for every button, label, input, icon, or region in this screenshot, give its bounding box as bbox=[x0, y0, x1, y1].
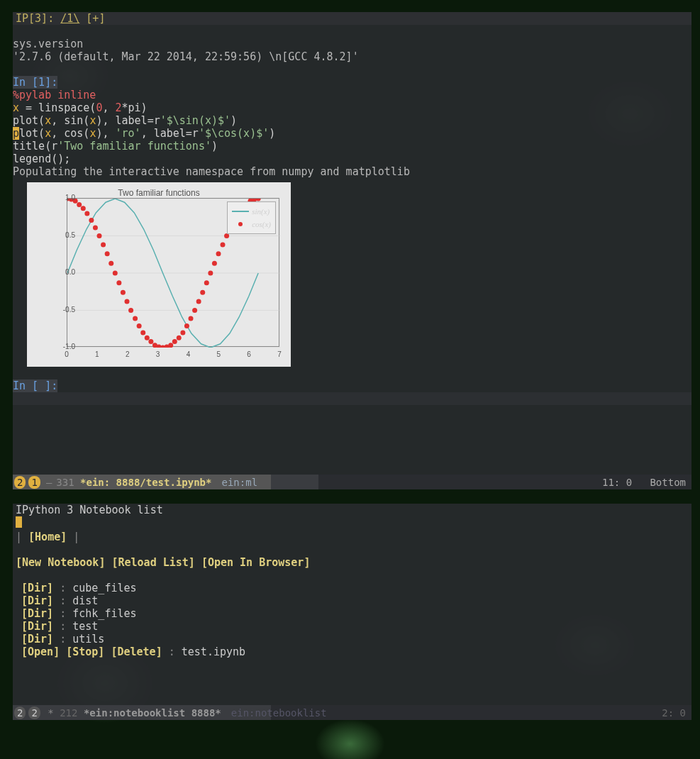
ytick: 0.5 bbox=[65, 229, 75, 242]
ytick: -0.5 bbox=[63, 304, 75, 316]
buffer-name: *ein:notebooklist 8888* bbox=[84, 707, 221, 719]
dir-link[interactable]: [Dir] bbox=[21, 620, 53, 633]
svg-point-11 bbox=[89, 218, 94, 223]
svg-point-9 bbox=[81, 206, 86, 211]
svg-point-40 bbox=[204, 280, 209, 285]
svg-point-38 bbox=[196, 299, 201, 304]
window-badge-2: 2 bbox=[14, 476, 26, 489]
major-mode: ein:notebooklist bbox=[231, 707, 327, 719]
dir-link[interactable]: [Dir] bbox=[21, 582, 53, 594]
xtick: 4 bbox=[187, 348, 191, 361]
svg-point-31 bbox=[168, 343, 173, 348]
svg-point-25 bbox=[145, 336, 150, 340]
svg-point-36 bbox=[189, 316, 194, 321]
tab-current[interactable]: /1\ bbox=[60, 12, 79, 25]
svg-point-39 bbox=[200, 290, 205, 295]
modeline-bottom: 22 * 212 *ein:notebooklist 8888* ein:not… bbox=[13, 705, 691, 720]
dir-link[interactable]: [Dir] bbox=[21, 594, 53, 607]
svg-point-43 bbox=[216, 251, 221, 256]
cell-2-prompt: In [ ]: bbox=[13, 380, 57, 392]
svg-point-10 bbox=[84, 211, 89, 216]
new-notebook-button[interactable]: [New Notebook] bbox=[16, 556, 105, 569]
svg-point-13 bbox=[97, 233, 102, 238]
ytick: 1.0 bbox=[65, 192, 75, 204]
svg-point-15 bbox=[105, 251, 110, 256]
home-link[interactable]: [Home] bbox=[28, 531, 67, 543]
notebooklist-buffer[interactable]: IPython 3 Notebook list | [Home] | [New … bbox=[13, 504, 691, 720]
cos-dot-icon bbox=[238, 222, 243, 226]
svg-point-45 bbox=[224, 233, 229, 238]
tab-line: IP[3]: /1\ [+] bbox=[13, 12, 691, 25]
reload-list-button[interactable]: [Reload List] bbox=[111, 556, 194, 569]
plot-output: Two familiar functions sin(x) cos(x) -1.… bbox=[27, 182, 291, 367]
tab-add[interactable]: [+] bbox=[86, 12, 105, 25]
svg-point-20 bbox=[125, 299, 130, 304]
dir-name: test bbox=[72, 620, 98, 633]
svg-point-44 bbox=[221, 243, 226, 248]
svg-point-23 bbox=[137, 323, 142, 328]
xtick: 2 bbox=[126, 348, 130, 361]
svg-point-21 bbox=[128, 308, 133, 313]
tab-prefix: IP[3]: bbox=[16, 12, 54, 25]
cell-0-output: sys.version '2.7.6 (default, Mar 22 2014… bbox=[13, 25, 691, 63]
sin-line-icon bbox=[232, 211, 249, 212]
svg-point-26 bbox=[148, 339, 153, 344]
svg-point-22 bbox=[133, 316, 138, 321]
svg-point-34 bbox=[180, 331, 185, 336]
xtick: 3 bbox=[156, 348, 160, 361]
svg-point-14 bbox=[101, 243, 106, 248]
open-button[interactable]: [Open] bbox=[21, 646, 60, 658]
file-name: test.ipynb bbox=[182, 646, 245, 658]
notebook-buffer[interactable]: IP[3]: /1\ [+] sys.version '2.7.6 (defau… bbox=[13, 12, 691, 489]
dir-link[interactable]: [Dir] bbox=[21, 607, 53, 620]
ytick: 0.0 bbox=[65, 266, 75, 279]
svg-point-37 bbox=[192, 308, 197, 313]
svg-point-42 bbox=[212, 261, 217, 266]
xtick: 7 bbox=[277, 348, 282, 361]
delete-button[interactable]: [Delete] bbox=[111, 646, 162, 658]
cell-1-prompt: In [1]: bbox=[13, 76, 57, 89]
dir-name: utils bbox=[72, 633, 104, 646]
major-mode: ein:ml bbox=[221, 476, 257, 489]
text-cursor bbox=[16, 516, 22, 528]
cell-2-code[interactable] bbox=[13, 392, 691, 405]
legend-sin: sin(x) bbox=[252, 205, 270, 218]
xtick: 6 bbox=[247, 348, 251, 361]
svg-point-53 bbox=[256, 199, 261, 201]
modeline-top: 21 — 331 *ein: 8888/test.ipynb* ein:ml 1… bbox=[13, 475, 691, 489]
xtick: 5 bbox=[217, 348, 221, 361]
svg-point-32 bbox=[172, 339, 177, 344]
dir-name: fchk_files bbox=[72, 607, 136, 620]
svg-point-18 bbox=[116, 280, 121, 285]
svg-point-24 bbox=[140, 331, 145, 336]
xtick: 1 bbox=[95, 348, 99, 361]
text-cursor: p bbox=[13, 127, 19, 140]
svg-point-41 bbox=[208, 271, 213, 276]
dir-name: cube_files bbox=[72, 582, 136, 594]
svg-point-8 bbox=[77, 202, 82, 207]
svg-point-35 bbox=[184, 323, 189, 328]
svg-point-12 bbox=[93, 225, 98, 230]
plot-legend: sin(x) cos(x) bbox=[227, 201, 276, 234]
window-badge-1: 1 bbox=[28, 476, 40, 489]
cell-1-output-text: Populating the interactive namespace fro… bbox=[13, 165, 691, 178]
nblist-title: IPython 3 Notebook list bbox=[16, 504, 689, 516]
svg-point-16 bbox=[109, 261, 113, 266]
svg-point-19 bbox=[121, 290, 126, 295]
xtick: 0 bbox=[65, 348, 69, 361]
open-browser-button[interactable]: [Open In Browser] bbox=[201, 556, 311, 569]
dir-name: dist bbox=[72, 594, 98, 607]
cell-1-code[interactable]: %pylab inline x = linspace(0, 2*pi) plot… bbox=[13, 89, 691, 165]
buffer-name: *ein: 8888/test.ipynb* bbox=[80, 476, 211, 489]
svg-point-33 bbox=[177, 336, 182, 340]
dir-link[interactable]: [Dir] bbox=[21, 633, 53, 646]
legend-cos: cos(x) bbox=[252, 218, 271, 231]
svg-point-17 bbox=[113, 271, 118, 276]
stop-button[interactable]: [Stop] bbox=[66, 646, 104, 658]
plot-axes: sin(x) cos(x) bbox=[67, 198, 279, 347]
